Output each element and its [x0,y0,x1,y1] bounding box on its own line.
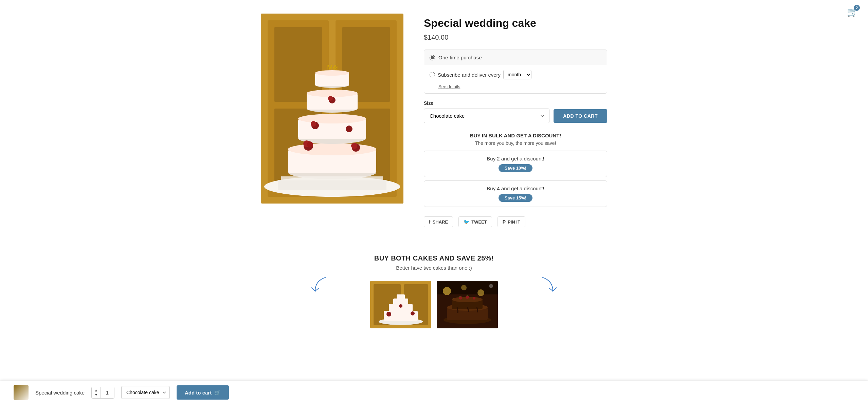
bulk-tier-1[interactable]: Buy 2 and get a discount! Save 10%! [424,151,607,177]
product-section: M&i Special wedding cake $140.00 [247,14,621,227]
svg-rect-32 [281,176,383,180]
svg-point-47 [461,285,467,290]
svg-point-42 [411,311,415,315]
bulk-tier-2[interactable]: Buy 4 and get a discount! Save 15%! [424,180,607,207]
svg-point-14 [298,114,366,123]
add-to-cart-button[interactable]: ADD TO CART [554,109,607,123]
product-info: Special wedding cake $140.00 One-time pu… [424,14,607,227]
subscribe-label: Subscribe and deliver every [438,72,501,78]
product-title: Special wedding cake [424,17,607,30]
size-label: Size [424,100,607,106]
svg-point-11 [288,143,376,155]
svg-point-48 [477,289,484,296]
product-image: M&i [261,14,403,204]
svg-point-28 [311,121,316,127]
svg-point-41 [386,312,391,316]
svg-point-31 [328,96,333,101]
bulk-tier-1-save: Save 10%! [499,164,532,172]
product-price: $140.00 [424,34,607,41]
bulk-tier-2-save: Save 15%! [499,194,532,202]
frequency-select[interactable]: month week quarter [503,70,531,79]
bundle-section: BUY BOTH CAKES AND SAVE 25%! Better have… [247,241,621,355]
svg-point-26 [351,143,357,149]
bundle-title: BUY BOTH CAKES AND SAVE 25%! [254,254,614,262]
product-image-container: M&i [261,14,403,227]
bundle-subtitle: Better have two cakes than one :) [254,265,614,271]
one-time-label: One-time purchase [438,55,482,60]
svg-point-17 [307,90,358,97]
one-time-radio[interactable] [430,55,435,60]
size-select[interactable]: Chocolate cake Vanilla cake Red velvet c… [424,109,549,123]
svg-point-49 [489,284,493,288]
subscribe-option[interactable]: Subscribe and deliver every month week q… [424,65,607,84]
facebook-icon: f [429,219,431,225]
one-time-purchase-option[interactable]: One-time purchase [424,50,607,65]
bulk-title: BUY IN BULK AND GET A DISCOUNT! [424,133,607,138]
arrow-left-annotation [295,274,336,301]
svg-point-57 [466,295,469,299]
bulk-tier-1-label: Buy 2 and get a discount! [431,156,600,161]
cart-badge: 2 [854,5,860,11]
pin-button[interactable]: P PIN IT [498,216,525,227]
svg-point-43 [399,304,402,308]
bundle-images [254,281,614,328]
tweet-label: TWEET [471,219,487,225]
subscribe-radio[interactable] [430,72,435,77]
svg-text:M&i: M&i [327,63,339,71]
svg-point-20 [315,70,349,76]
bundle-image-chocolate [437,281,498,328]
share-facebook-button[interactable]: f SHARE [424,216,453,227]
see-details-link[interactable]: See details [424,84,607,93]
social-share: f SHARE 🐦 TWEET P PIN IT [424,216,607,227]
twitter-icon: 🐦 [464,219,469,225]
arrow-right-annotation [532,274,573,301]
purchase-options: One-time purchase Subscribe and deliver … [424,50,607,94]
bundle-image-wedding [370,281,431,328]
svg-point-58 [473,297,475,300]
svg-rect-40 [397,294,405,299]
pin-label: PIN IT [508,219,520,225]
svg-rect-8 [278,180,386,190]
svg-point-46 [443,287,451,295]
pinterest-icon: P [503,219,506,225]
size-add-row: Chocolate cake Vanilla cake Red velvet c… [424,109,607,123]
bulk-section: BUY IN BULK AND GET A DISCOUNT! The more… [424,133,607,207]
svg-point-24 [307,141,313,148]
share-label: SHARE [433,219,448,225]
bulk-tier-2-label: Buy 4 and get a discount! [431,186,600,191]
tweet-button[interactable]: 🐦 TWEET [458,216,492,227]
cart-icon-container[interactable]: 🛒 2 [847,7,858,17]
svg-point-29 [346,126,352,132]
bulk-subtitle: The more you buy, the more you save! [424,140,607,146]
